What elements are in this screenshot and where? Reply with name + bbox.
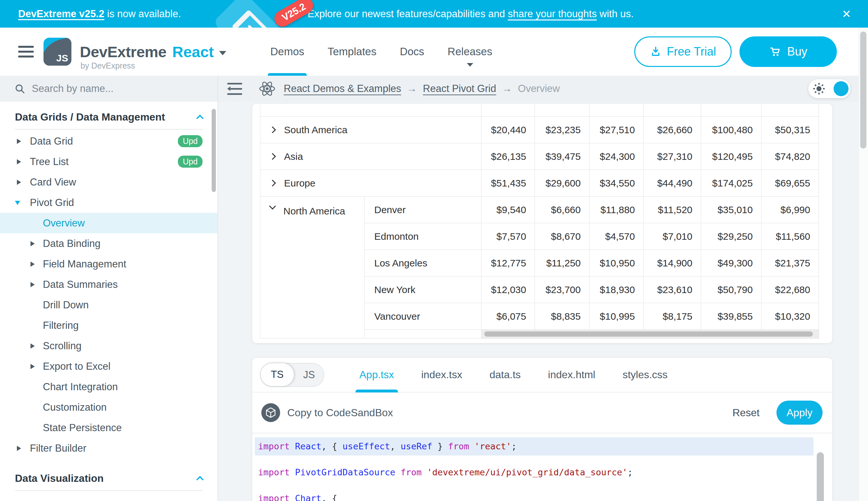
sidebar-item-customization[interactable]: Customization [0,397,218,417]
search-input[interactable] [32,83,175,95]
search-bar [0,76,218,102]
react-icon [258,79,277,98]
triangle-right-icon [17,446,21,451]
language-toggle[interactable]: TS JS [260,363,324,387]
triangle-right-icon [31,282,35,287]
sidebar-item-card-view[interactable]: Card View [0,172,218,192]
pivot-value-cell: $11,520 [644,196,701,223]
tab-styles-css[interactable]: styles.css [609,358,681,392]
sidebar-item-data-grid[interactable]: Data GridUpd [0,131,218,151]
pivot-value-cell: $6,990 [761,196,818,223]
pivot-row-south-america: South America$20,440$23,235$27,510$26,66… [260,117,818,143]
pivot-rowheader-denver[interactable]: Denver [364,196,481,223]
pivot-rowheader-edmonton[interactable]: Edmonton [364,223,481,249]
pivot-value-cell: $10,950 [589,250,644,276]
nav-docs[interactable]: Docs [388,28,436,76]
sidebar-item-chart-integration[interactable]: Chart Integration [0,376,218,397]
hamburger-menu-icon[interactable] [18,46,34,57]
sidebar-item-state-persistence[interactable]: State Persistence [0,417,218,438]
pivot-value-cell: $6,075 [481,303,535,329]
breadcrumb-react-pivot-grid[interactable]: React Pivot Grid [423,83,496,95]
pivot-value-cell: $11,250 [535,250,589,276]
code-editor[interactable]: import React, { useEffect, useRef } from… [252,434,832,501]
chevron-right-icon[interactable] [269,180,276,186]
chevron-right-icon[interactable] [269,126,276,133]
pivot-row-new-york: New York$12,030$23,700$18,930$23,610$50,… [364,277,818,303]
sidebar-item-tree-list[interactable]: Tree ListUpd [0,151,218,172]
sidebar-item-export-to-excel[interactable]: Export to Excel [0,356,218,376]
copy-to-codesandbox-button[interactable]: Copy to CodeSandBox [261,403,393,422]
code-scrollbar[interactable] [817,452,824,501]
theme-toggle[interactable] [808,79,850,98]
sidebar-section-data-visualization[interactable]: Data Visualization [0,467,218,490]
pivot-value-cell: $120,495 [701,143,761,170]
chevron-down-icon[interactable] [269,203,276,210]
pivot-value-cell: $74,820 [761,143,818,170]
sidebar-item-filtering[interactable]: Filtering [0,315,218,335]
pivot-value-cell: $10,995 [589,303,644,329]
app-header: JS DevExtreme React by DevExpress DemosT… [0,28,868,76]
pivot-rowheader-los-angeles[interactable]: Los Angeles [364,250,481,276]
pivot-row-europe: Europe$51,435$29,600$34,550$44,490$174,0… [260,170,818,196]
banner-version-link[interactable]: DevExtreme v25.2 [18,8,104,20]
sidebar-item-filter-builder[interactable]: Filter Builder [0,438,218,458]
tab-app-tsx[interactable]: App.tsx [346,358,408,392]
pivot-rowheader-europe[interactable]: Europe [260,170,481,196]
sidebar-item-field-management[interactable]: Field Management [0,254,218,274]
pivot-value-cell: $8,835 [535,303,589,329]
buy-button[interactable]: Buy [739,36,837,67]
chevron-down-icon[interactable] [219,51,226,55]
apply-button[interactable]: Apply [777,401,823,425]
pivot-value-cell: $26,660 [644,117,701,143]
pivot-value-cell: $50,315 [761,117,818,143]
close-icon[interactable]: ✕ [842,9,851,20]
chevron-right-icon[interactable] [269,153,276,160]
pivot-row-edmonton: Edmonton$7,570$8,670$4,570$7,010$29,250$… [364,223,818,250]
demo-panel: South America$20,440$23,235$27,510$26,66… [252,103,833,343]
code-toolbar: Copy to CodeSandBox Reset Apply [252,393,832,434]
pivot-value-cell: $12,775 [481,250,535,276]
sidebar-item-drill-down[interactable]: Drill Down [0,295,218,315]
codesandbox-icon [261,403,280,422]
lang-option-ts[interactable]: TS [260,363,294,387]
sidebar-section-data-grids-data-management[interactable]: Data Grids / Data Management [0,106,218,128]
devextreme-logo[interactable]: JS DevExtreme React by DevExpress [44,38,226,66]
nav-releases[interactable]: Releases [436,28,504,76]
sidebar-item-data-summaries[interactable]: Data Summaries [0,274,218,295]
nav-demos[interactable]: Demos [259,28,316,76]
pivot-rowheader-south-america[interactable]: South America [260,117,481,143]
pivot-value-cell: $39,855 [701,303,761,329]
pivot-value-cell: $9,540 [481,196,535,223]
pivot-value-cell: $29,250 [701,223,761,249]
tab-index-tsx[interactable]: index.tsx [408,358,476,392]
framework-selector[interactable]: React [172,43,214,61]
sidebar-item-data-binding[interactable]: Data Binding [0,233,218,254]
free-trial-button[interactable]: Free Trial [634,36,732,67]
tab-index-html[interactable]: index.html [534,358,609,392]
reset-button[interactable]: Reset [732,407,760,419]
breadcrumb: React Demos & Examples→React Pivot Grid→… [284,83,560,95]
pivot-rowheader-new-york[interactable]: New York [364,277,481,303]
page-scrollbar-thumb[interactable] [860,32,866,149]
share-thoughts-link[interactable]: share your thoughts [508,8,597,20]
sidebar-item-scrolling[interactable]: Scrolling [0,335,218,356]
pivot-value-cell: $44,490 [644,170,701,196]
code-line: import PivotGridDataSource from 'devextr… [252,466,832,479]
nav-templates[interactable]: Templates [316,28,388,76]
lang-option-js[interactable]: JS [294,369,323,381]
triangle-down-icon [15,201,20,205]
pivot-hscrollbar-thumb[interactable] [484,331,813,337]
tab-data-ts[interactable]: data.ts [476,358,534,392]
breadcrumb-react-demos-examples[interactable]: React Demos & Examples [284,83,401,95]
pivot-rowheader-north-america[interactable]: North America [260,196,364,330]
code-tab-row: TS JS App.tsxindex.tsxdata.tsindex.htmls… [252,358,832,393]
pivot-rowheader-vancouver[interactable]: Vancouver [364,303,481,329]
sidebar-item-overview[interactable]: Overview [0,213,218,233]
page-scrollbar[interactable] [859,28,868,501]
sidebar-item-pivot-grid[interactable]: Pivot Grid [0,192,218,213]
collapse-sidebar-icon[interactable] [227,83,242,95]
theme-toggle-knob[interactable] [834,81,848,96]
triangle-right-icon [31,343,35,349]
pivot-rowheader-asia[interactable]: Asia [260,143,481,170]
brand-name: DevExtreme [80,43,166,61]
